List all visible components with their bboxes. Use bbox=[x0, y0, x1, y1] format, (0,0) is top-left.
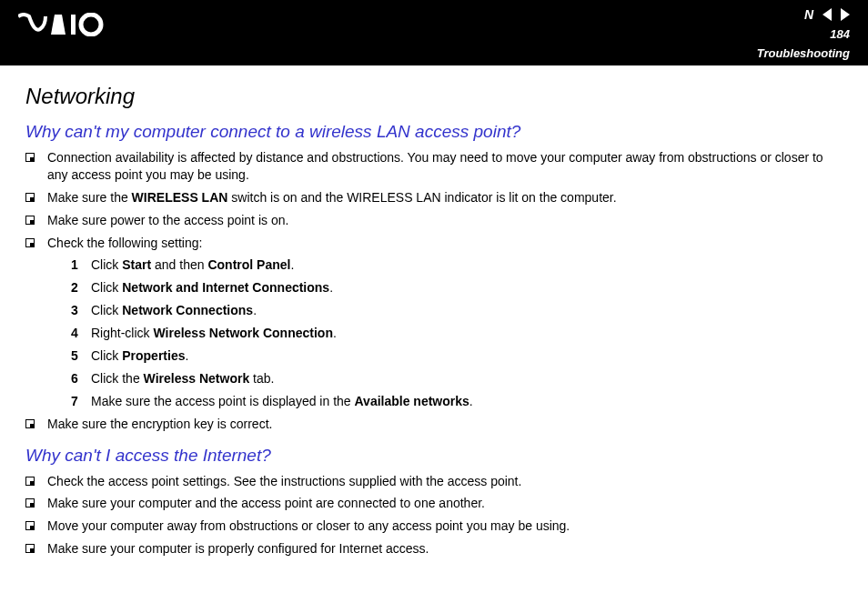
bullet-icon bbox=[25, 419, 35, 428]
bold-text: Available networks bbox=[355, 394, 469, 408]
bullet-text: Check the access point settings. See the… bbox=[47, 473, 521, 490]
text: switch is on and the WIRELESS LAN indica… bbox=[227, 190, 616, 205]
n-indicator: N bbox=[804, 7, 813, 22]
step-number: 3 bbox=[71, 302, 91, 319]
bullet-icon bbox=[25, 544, 35, 553]
bullet-text: Connection availability is affected by d… bbox=[47, 149, 843, 184]
header-bar: N 184 Troubleshooting bbox=[0, 0, 868, 65]
text: . bbox=[290, 257, 294, 272]
step-number: 1 bbox=[71, 256, 91, 274]
text: . bbox=[253, 303, 257, 317]
question-internet: Why can't I access the Internet? bbox=[25, 446, 843, 466]
vaio-logo bbox=[18, 13, 109, 36]
next-page-arrow-icon[interactable] bbox=[841, 8, 850, 21]
step-item: 1 Click Start and then Control Panel. bbox=[71, 256, 843, 274]
list-item: Make sure your computer and the access p… bbox=[25, 495, 843, 512]
step-number: 2 bbox=[71, 279, 91, 296]
nav-row: N bbox=[804, 7, 850, 22]
section-label: Troubleshooting bbox=[757, 46, 850, 60]
question-wlan: Why can't my computer connect to a wirel… bbox=[25, 122, 843, 142]
bold-text: Network Connections bbox=[122, 303, 253, 317]
step-item: 5 Click Properties. bbox=[71, 347, 843, 365]
bullet-text: Make sure your computer is properly conf… bbox=[47, 540, 429, 558]
content-area: Networking Why can't my computer connect… bbox=[0, 65, 868, 581]
bold-text: Wireless Network Connection bbox=[153, 326, 332, 340]
text: Click bbox=[91, 348, 122, 363]
page-title: Networking bbox=[25, 84, 843, 109]
step-item: 4 Right-click Wireless Network Connectio… bbox=[71, 325, 843, 342]
list-item: Make sure your computer is properly conf… bbox=[25, 540, 843, 558]
bullet-text: Make sure power to the access point is o… bbox=[47, 212, 288, 229]
step-item: 2 Click Network and Internet Connections… bbox=[71, 279, 843, 296]
text: Make sure the access point is displayed … bbox=[91, 394, 355, 408]
bullet-text: Check the following setting: bbox=[47, 235, 202, 252]
step-text: Click Network Connections. bbox=[91, 302, 257, 319]
bullet-icon bbox=[25, 498, 35, 507]
text: . bbox=[469, 394, 473, 408]
bullet-icon bbox=[25, 477, 35, 486]
step-text: Make sure the access point is displayed … bbox=[91, 393, 473, 410]
list-item: Check the access point settings. See the… bbox=[25, 473, 843, 490]
bullet-icon bbox=[25, 153, 35, 162]
svg-rect-0 bbox=[71, 15, 76, 35]
prev-page-arrow-icon[interactable] bbox=[823, 8, 832, 21]
text: Click bbox=[91, 257, 122, 272]
bullet-text: Make sure the encryption key is correct. bbox=[47, 416, 272, 433]
bullet-text: Make sure the WIRELESS LAN switch is on … bbox=[47, 189, 617, 206]
svg-point-1 bbox=[81, 15, 101, 35]
list-item: Make sure the WIRELESS LAN switch is on … bbox=[25, 189, 843, 206]
step-number: 7 bbox=[71, 393, 91, 410]
step-number: 4 bbox=[71, 325, 91, 342]
bold-text: Properties bbox=[122, 348, 185, 363]
text: Click bbox=[91, 280, 122, 295]
text: Right-click bbox=[91, 326, 153, 340]
text: tab. bbox=[249, 371, 274, 386]
step-text: Click Start and then Control Panel. bbox=[91, 256, 294, 274]
bullet-text: Make sure your computer and the access p… bbox=[47, 495, 485, 512]
text: and then bbox=[151, 257, 207, 272]
text: Make sure the bbox=[47, 190, 132, 205]
header-right: N 184 Troubleshooting bbox=[757, 7, 850, 60]
bold-text: Network and Internet Connections bbox=[122, 280, 329, 295]
q2-bullet-list: Check the access point settings. See the… bbox=[25, 473, 843, 558]
text: Click the bbox=[91, 371, 144, 386]
text: . bbox=[333, 326, 337, 340]
step-number: 5 bbox=[71, 347, 91, 365]
list-item: Move your computer away from obstruction… bbox=[25, 518, 843, 535]
step-item: 3 Click Network Connections. bbox=[71, 302, 843, 319]
step-text: Click the Wireless Network tab. bbox=[91, 370, 274, 387]
step-text: Right-click Wireless Network Connection. bbox=[91, 325, 337, 342]
step-item: 6 Click the Wireless Network tab. bbox=[71, 370, 843, 387]
bold-text: Control Panel bbox=[207, 257, 290, 272]
bold-text: Wireless Network bbox=[144, 371, 250, 386]
step-text: Click Network and Internet Connections. bbox=[91, 279, 333, 296]
bullet-icon bbox=[25, 193, 35, 202]
bold-text: Start bbox=[122, 257, 151, 272]
text: . bbox=[329, 280, 333, 295]
list-item: Make sure the encryption key is correct. bbox=[25, 416, 843, 433]
list-item: Check the following setting: bbox=[25, 235, 843, 252]
step-text: Click Properties. bbox=[91, 347, 188, 365]
list-item: Make sure power to the access point is o… bbox=[25, 212, 843, 229]
step-item: 7 Make sure the access point is displaye… bbox=[71, 393, 843, 410]
steps-list: 1 Click Start and then Control Panel. 2 … bbox=[71, 256, 843, 409]
list-item: Connection availability is affected by d… bbox=[25, 149, 843, 184]
bullet-text: Move your computer away from obstruction… bbox=[47, 518, 570, 535]
bullet-icon bbox=[25, 216, 35, 225]
bold-text: WIRELESS LAN bbox=[132, 190, 228, 205]
bullet-icon bbox=[25, 238, 35, 247]
q1-bullet-list-cont: Make sure the encryption key is correct. bbox=[25, 416, 843, 433]
bullet-icon bbox=[25, 521, 35, 530]
text: . bbox=[185, 348, 188, 363]
page-number: 184 bbox=[830, 27, 850, 41]
step-number: 6 bbox=[71, 370, 91, 387]
q1-bullet-list: Connection availability is affected by d… bbox=[25, 149, 843, 251]
text: Click bbox=[91, 303, 122, 317]
